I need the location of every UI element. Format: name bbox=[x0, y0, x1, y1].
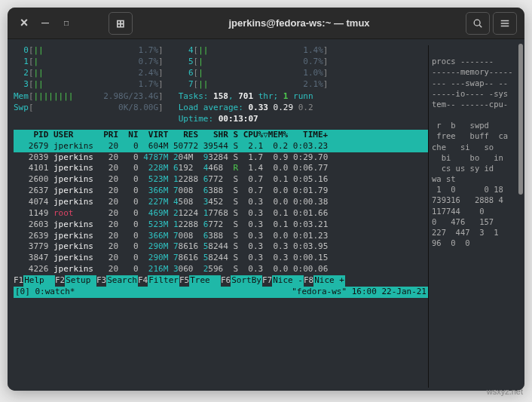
new-tab-button[interactable]: ⊞ bbox=[109, 12, 133, 35]
function-key-bar: F1Help F2Setup F3SearchF4FilterF5Tree F6… bbox=[14, 275, 428, 287]
fkey-f6[interactable]: F6 bbox=[221, 275, 231, 287]
process-row[interactable]: 2603 jperkins 20 0 523M 12288 6772 S 0.3… bbox=[14, 219, 428, 231]
fkey-f1[interactable]: F1 bbox=[14, 275, 23, 287]
maximize-button[interactable]: □ bbox=[57, 14, 75, 32]
process-row[interactable]: 4226 jperkins 20 0 216M 3060 2596 S 0.3 … bbox=[14, 264, 428, 275]
process-list[interactable]: 2679 jperkins 20 0 604M 50772 39544 S 2.… bbox=[14, 141, 428, 275]
svg-line-1 bbox=[479, 25, 482, 27]
process-row[interactable]: 4101 jperkins 20 0 228M 6192 4468 R 1.4 … bbox=[14, 163, 428, 174]
mem-swap-meters: Mem[|||||||| 2.98G/23.4G]Swp[ 0K/8.00G] … bbox=[14, 91, 428, 125]
vmstat-pane: procs ------- ------memory----- --- ---s… bbox=[428, 45, 518, 388]
terminal-window: × — □ ⊞ jperkins@fedora-ws:~ — tmux 0[||… bbox=[8, 8, 524, 391]
process-row[interactable]: 1149 root 20 0 469M 21224 17768 S 0.3 0.… bbox=[14, 208, 428, 219]
fkey-label[interactable]: Search bbox=[106, 275, 138, 287]
close-button[interactable]: × bbox=[15, 14, 33, 32]
fkey-f7[interactable]: F7 bbox=[262, 275, 272, 287]
process-row[interactable]: 2039 jperkins 20 0 4787M 204M 93284 S 1.… bbox=[14, 152, 428, 164]
process-row[interactable]: 2639 jperkins 20 0 366M 7008 6388 S 0.3 … bbox=[14, 231, 428, 242]
process-row[interactable]: 3847 jperkins 20 0 290M 78616 58244 S 0.… bbox=[14, 253, 428, 264]
process-row[interactable]: 4074 jperkins 20 0 227M 4508 3452 S 0.3 … bbox=[14, 197, 428, 208]
fkey-label[interactable]: Tree bbox=[189, 275, 221, 287]
titlebar: × — □ ⊞ jperkins@fedora-ws:~ — tmux bbox=[8, 8, 524, 39]
terminal-content[interactable]: 0[|| 1.7%] 1[| 0.7%] 2[|| 2.4%] 3[|| 1.7… bbox=[8, 39, 524, 391]
fkey-label[interactable]: Setup bbox=[65, 275, 96, 287]
search-button[interactable] bbox=[466, 12, 490, 35]
process-row[interactable]: 2600 jperkins 20 0 523M 12288 6772 S 0.7… bbox=[14, 174, 428, 186]
hamburger-icon bbox=[500, 18, 510, 29]
process-row[interactable]: 2679 jperkins 20 0 604M 50772 39544 S 2.… bbox=[14, 141, 428, 152]
tmux-session: [0] 0:watch* bbox=[15, 287, 75, 298]
fkey-label[interactable]: Nice - bbox=[272, 275, 304, 287]
fkey-label[interactable]: Nice + bbox=[313, 275, 345, 287]
watermark: wsxyz.net bbox=[487, 387, 523, 396]
fkey-f5[interactable]: F5 bbox=[179, 275, 189, 287]
cpu-meters: 0[|| 1.7%] 1[| 0.7%] 2[|| 2.4%] 3[|| 1.7… bbox=[14, 45, 428, 90]
scrollbar[interactable] bbox=[518, 44, 523, 195]
fkey-label[interactable]: SortBy bbox=[231, 275, 262, 287]
tmux-status-bar: [0] 0:watch* "fedora-ws" 16:00 22-Jan-21 bbox=[14, 287, 428, 298]
fkey-f3[interactable]: F3 bbox=[96, 275, 106, 287]
fkey-f4[interactable]: F4 bbox=[138, 275, 148, 287]
svg-point-0 bbox=[474, 20, 480, 26]
htop-pane: 0[|| 1.7%] 1[| 0.7%] 2[|| 2.4%] 3[|| 1.7… bbox=[14, 45, 428, 388]
window-title: jperkins@fedora-ws:~ — tmux bbox=[134, 17, 464, 29]
fkey-label[interactable]: Filter bbox=[148, 275, 179, 287]
tmux-clock: "fedora-ws" 16:00 22-Jan-21 bbox=[292, 287, 427, 298]
process-header[interactable]: PID USER PRI NI VIRT RES SHR S CPU%▽MEM%… bbox=[14, 130, 428, 141]
fkey-label[interactable]: Help bbox=[23, 275, 55, 287]
process-row[interactable]: 3779 jperkins 20 0 290M 78616 58244 S 0.… bbox=[14, 241, 428, 253]
fkey-f8[interactable]: F8 bbox=[304, 275, 313, 287]
search-icon bbox=[472, 18, 483, 29]
process-row[interactable]: 2637 jperkins 20 0 366M 7008 6388 S 0.7 … bbox=[14, 186, 428, 197]
minimize-button[interactable]: — bbox=[36, 14, 54, 32]
menu-button[interactable] bbox=[493, 12, 517, 35]
fkey-f2[interactable]: F2 bbox=[55, 275, 65, 287]
